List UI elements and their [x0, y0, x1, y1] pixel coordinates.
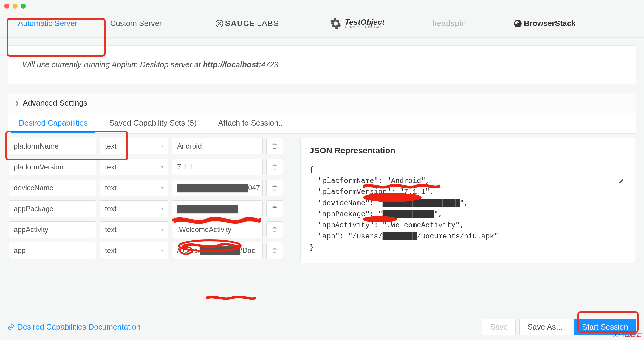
- testobject-gear-icon: [330, 18, 342, 30]
- server-info-bar: Will use currently-running Appium Deskto…: [8, 45, 636, 84]
- capability-row: platformVersiontext▾7.1.1: [9, 159, 294, 175]
- doc-link-label: Desired Capabilities Documentation: [17, 322, 140, 332]
- tab-saucelabs[interactable]: SAUCELABS: [207, 15, 288, 33]
- trash-icon: [271, 247, 278, 254]
- chevron-down-icon: ▾: [161, 186, 163, 190]
- tab-label: Automatic Server: [18, 19, 77, 28]
- watermark-icon: [611, 331, 621, 338]
- capability-row: platformNametext▾Android: [9, 138, 294, 154]
- info-prefix: Will use currently-running Appium Deskto…: [22, 60, 203, 69]
- watermark: 亿速云: [611, 330, 642, 339]
- delete-capability-button[interactable]: [266, 200, 283, 217]
- capability-name-input[interactable]: platformName: [9, 138, 96, 154]
- capabilities-editor: platformNametext▾AndroidplatformVersiont…: [8, 138, 294, 263]
- json-representation-panel: JSON Representation { "platformName": "A…: [300, 138, 635, 263]
- chevron-down-icon: ▾: [161, 248, 163, 253]
- trash-icon: [271, 226, 278, 233]
- capability-value-input[interactable]: ████████████: [172, 200, 263, 217]
- capability-value-input[interactable]: .WelcomeActivity: [172, 221, 263, 238]
- chevron-down-icon: ▾: [161, 227, 163, 232]
- json-title: JSON Representation: [309, 146, 626, 155]
- delete-capability-button[interactable]: [266, 180, 283, 196]
- bottom-bar: Desired Capabilities Documentation Save …: [8, 319, 636, 335]
- testobject-label: TestObject: [345, 18, 384, 26]
- saucelabs-icon: [216, 20, 223, 27]
- headspin-label: headspin: [432, 19, 466, 28]
- chevron-down-icon: ▾: [161, 165, 163, 169]
- saucelabs-logo: SAUCELABS: [216, 19, 279, 28]
- maximize-window-icon[interactable]: [21, 4, 26, 9]
- advanced-settings-toggle[interactable]: ❯ Advanced Settings: [8, 93, 636, 113]
- info-port: 4723: [261, 60, 278, 69]
- chevron-down-icon: ▾: [161, 144, 163, 149]
- json-text: { "platformName": "Android", "platformVe…: [309, 164, 626, 253]
- save-as-button[interactable]: Save As...: [519, 319, 570, 335]
- delete-capability-button[interactable]: [266, 242, 283, 259]
- tab-testobject[interactable]: TestObject A PART OF SAUCE LABS: [321, 14, 393, 34]
- info-host: http://localhost:: [203, 60, 261, 69]
- capability-row: apptext▾/Users/████████/Doc: [9, 242, 294, 259]
- tab-attach-to-session[interactable]: Attach to Session...: [208, 114, 296, 132]
- capability-type-select[interactable]: text▾: [100, 221, 168, 238]
- capability-type-select[interactable]: text▾: [100, 138, 168, 154]
- tab-automatic-server[interactable]: Automatic Server: [9, 15, 86, 33]
- delete-capability-button[interactable]: [266, 159, 283, 175]
- redaction-scribble: [206, 293, 256, 302]
- tab-custom-server[interactable]: Custom Server: [101, 15, 171, 33]
- capability-type-select[interactable]: text▾: [100, 200, 168, 217]
- capability-value-input[interactable]: 7.1.1: [172, 159, 263, 175]
- trash-icon: [271, 143, 278, 149]
- doc-link[interactable]: Desired Capabilities Documentation: [8, 322, 140, 332]
- capability-type-select[interactable]: text▾: [100, 242, 168, 259]
- tab-browserstack[interactable]: BrowserStack: [505, 15, 584, 33]
- tab-saved-capability-sets[interactable]: Saved Capability Sets (5): [98, 114, 207, 132]
- chevron-right-icon: ❯: [15, 100, 19, 106]
- capability-name-input[interactable]: platformVersion: [9, 159, 96, 175]
- link-icon: [8, 324, 14, 330]
- delete-capability-button[interactable]: [266, 221, 283, 238]
- capability-row: appPackagetext▾████████████: [9, 200, 294, 217]
- capability-name-input[interactable]: appActivity: [9, 221, 96, 238]
- capability-row: deviceNametext▾██████████████047: [9, 180, 294, 196]
- tab-label: Custom Server: [110, 19, 162, 28]
- capability-tabs: Desired Capabilities Saved Capability Se…: [8, 113, 636, 134]
- delete-capability-button[interactable]: [266, 138, 283, 154]
- capability-type-select[interactable]: text▾: [100, 180, 168, 196]
- tab-desired-capabilities[interactable]: Desired Capabilities: [8, 114, 98, 132]
- save-button: Save: [482, 319, 516, 335]
- capability-name-input[interactable]: deviceName: [9, 180, 96, 196]
- trash-icon: [271, 185, 278, 191]
- tab-headspin[interactable]: headspin: [423, 15, 475, 33]
- chevron-down-icon: ▾: [161, 206, 163, 211]
- capability-name-input[interactable]: appPackage: [9, 200, 96, 217]
- capability-name-input[interactable]: app: [9, 242, 96, 259]
- close-window-icon[interactable]: [4, 4, 9, 9]
- trash-icon: [271, 205, 278, 212]
- testobject-sublabel: A PART OF SAUCE LABS: [345, 26, 384, 29]
- minimize-window-icon[interactable]: [13, 4, 18, 9]
- svg-point-3: [517, 22, 519, 24]
- window-controls: [4, 4, 26, 9]
- server-tabs: Automatic Server Custom Server SAUCELABS…: [0, 11, 644, 38]
- trash-icon: [271, 164, 278, 170]
- capability-value-input[interactable]: ██████████████047: [172, 180, 263, 196]
- browserstack-icon: [514, 19, 522, 28]
- browserstack-logo: BrowserStack: [514, 19, 575, 28]
- capability-value-input[interactable]: /Users/████████/Doc: [172, 242, 263, 259]
- capability-row: appActivitytext▾.WelcomeActivity: [9, 221, 294, 238]
- advanced-settings-label: Advanced Settings: [23, 98, 87, 108]
- capability-type-select[interactable]: text▾: [100, 159, 168, 175]
- capability-value-input[interactable]: Android: [172, 138, 263, 154]
